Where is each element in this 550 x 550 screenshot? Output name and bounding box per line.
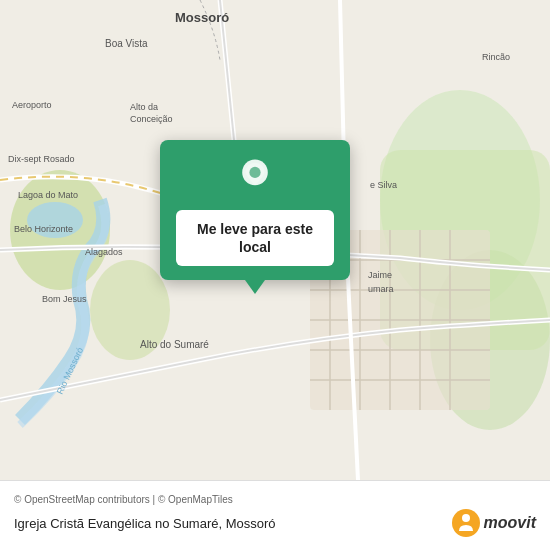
svg-text:e Silva: e Silva (370, 180, 397, 190)
svg-point-37 (462, 514, 470, 522)
svg-text:Mossoró: Mossoró (175, 10, 229, 25)
svg-text:Boa Vista: Boa Vista (105, 38, 148, 49)
moovit-text: moovit (484, 514, 536, 532)
svg-text:Lagoa do Mato: Lagoa do Mato (18, 190, 78, 200)
svg-text:Jaime: Jaime (368, 270, 392, 280)
moovit-icon (452, 509, 480, 537)
svg-point-36 (452, 509, 480, 537)
map-container: Mossoró Boa Vista Aeroporto Dix-sept Ros… (0, 0, 550, 480)
svg-text:Alagados: Alagados (85, 247, 123, 257)
moovit-logo: moovit (452, 509, 536, 537)
location-pin-icon (235, 158, 275, 198)
bottom-bar: © OpenStreetMap contributors | © OpenMap… (0, 480, 550, 550)
place-name: Igreja Cristã Evangélica no Sumaré, Moss… (14, 516, 276, 531)
attribution-text: © OpenStreetMap contributors | © OpenMap… (14, 494, 536, 505)
navigate-button[interactable]: Me leve para este local (176, 210, 334, 266)
svg-text:Belo Horizonte: Belo Horizonte (14, 224, 73, 234)
popup-card: Me leve para este local (160, 140, 350, 280)
svg-text:Aeroporto: Aeroporto (12, 100, 52, 110)
bottom-row: Igreja Cristã Evangélica no Sumaré, Moss… (14, 509, 536, 537)
svg-text:Conceição: Conceição (130, 114, 173, 124)
svg-text:Dix-sept Rosado: Dix-sept Rosado (8, 154, 75, 164)
svg-text:Alto da: Alto da (130, 102, 158, 112)
svg-text:Rincão: Rincão (482, 52, 510, 62)
svg-text:Alto do Sumaré: Alto do Sumaré (140, 339, 209, 350)
svg-text:umara: umara (368, 284, 394, 294)
svg-text:Bom Jesus: Bom Jesus (42, 294, 87, 304)
